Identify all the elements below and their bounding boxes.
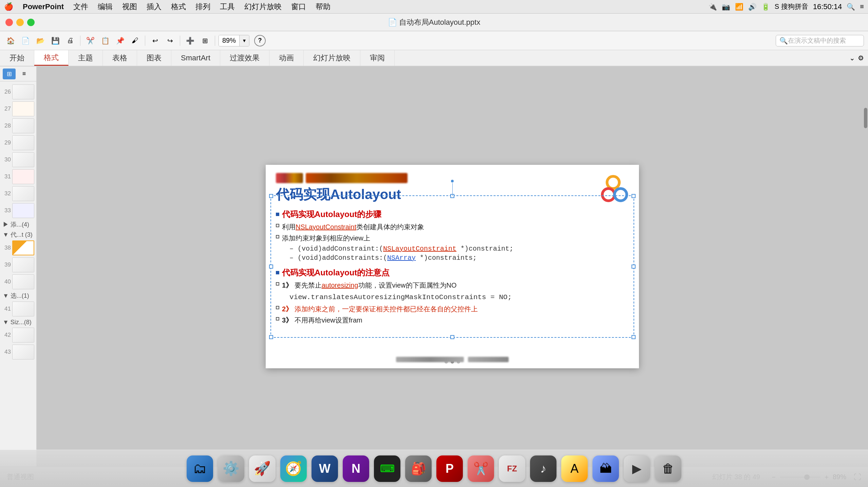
tab-animation[interactable]: 动画 [269,50,304,66]
menu-edit[interactable]: 编辑 [98,2,113,12]
dock-finder[interactable]: 🗂 [187,455,213,482]
slide-item-38[interactable]: 38 [0,239,36,256]
right-scrollbar[interactable] [863,66,868,467]
chevron-down-icon[interactable]: ⌄ [849,54,855,62]
section1-item-2: 添加约束对象到相应的view上 [276,234,629,243]
slide-item-41[interactable]: 41 [0,300,36,317]
tab-slideshow[interactable]: 幻灯片放映 [304,50,360,66]
menu-slideshow[interactable]: 幻灯片放映 [244,2,282,12]
dock-launchpad[interactable]: 🚀 [249,455,276,482]
copy-btn[interactable]: 📋 [99,34,112,47]
apple-menu[interactable]: 🍎 [4,2,13,11]
slide-canvas[interactable]: 代码实现Autolayout [266,165,639,368]
tab-transition[interactable]: 过渡效果 [220,50,269,66]
dock-powerpoint[interactable]: P [436,455,463,482]
close-button[interactable] [5,19,13,26]
save-btn[interactable]: 💾 [49,34,62,47]
zoom-value: 89% [219,35,240,46]
dock-filezilla[interactable]: FZ [499,455,525,482]
menu-arrange[interactable]: 排列 [195,2,210,12]
undo-btn[interactable]: ↩ [149,34,162,47]
slide-item-42[interactable]: 42 [0,327,36,344]
menu-tools[interactable]: 工具 [220,2,235,12]
dock-photos[interactable]: A [561,455,588,482]
tab-right-area: ⌄ ⚙ [849,50,868,66]
dock-onenote[interactable]: N [343,455,369,482]
input-source[interactable]: S 搜狗拼音 [775,2,808,11]
tab-format[interactable]: 格式 [34,50,69,66]
zoom-control[interactable]: 89% ▾ [219,35,249,46]
new-btn[interactable]: 📄 [19,34,32,47]
dock-app1[interactable]: 🎒 [405,455,432,482]
zoom-dropdown-arrow[interactable]: ▾ [240,35,249,46]
dock-preview[interactable]: 🏔 [592,455,619,482]
menu-help[interactable]: 帮助 [316,2,331,12]
group-label-size[interactable]: ▼ Siz...(8) [0,317,36,327]
wifi-icon: 📶 [735,3,743,11]
search-box[interactable]: 🔍 在演示文稿中的搜索 [776,35,864,46]
open-btn[interactable]: 📂 [34,34,47,47]
slide-item-32[interactable]: 32 [0,185,36,202]
slide-item-29[interactable]: 29 [0,134,36,151]
handle-br[interactable] [631,335,636,339]
dock-word[interactable]: W [312,455,338,482]
slide-item-31[interactable]: 31 [0,168,36,185]
menu-window[interactable]: 窗口 [291,2,306,12]
handle-bl[interactable] [269,335,273,339]
slide-item-40[interactable]: 40 [0,273,36,290]
layout-btn[interactable]: ⊞ [199,34,211,47]
slide-item-43[interactable]: 43 [0,344,36,361]
handle-ml[interactable] [269,265,273,269]
notification-icon[interactable]: ≡ [860,3,864,11]
slide-item-39[interactable]: 39 [0,256,36,273]
dock-safari[interactable]: 🧭 [280,455,307,482]
dock-terminal[interactable]: ⌨ [374,455,400,482]
menu-file[interactable]: 文件 [73,2,88,12]
dock-scissors[interactable]: ✂️ [468,455,494,482]
slide-item-33[interactable]: 33 [0,202,36,219]
settings-icon[interactable]: ⚙ [858,54,864,62]
dock-trash[interactable]: 🗑 [655,455,681,482]
group-label-select[interactable]: ▼ 选...(1) [0,290,36,300]
thumbnail-view-btn[interactable]: ⊞ [3,69,16,79]
help-btn[interactable]: ? [254,35,266,46]
format-painter-btn[interactable]: 🖌 [129,34,141,47]
slide-item-26[interactable]: 26 [0,83,36,100]
minimize-button[interactable] [16,19,24,26]
separator-2 [145,36,145,46]
home-ribbon-btn[interactable]: 🏠 [4,34,17,47]
app-name: PowerPoint [23,2,64,11]
slide-item-28[interactable]: 28 [0,117,36,134]
tab-smartart[interactable]: SmartArt [171,50,220,66]
group-label-code[interactable]: ▼ 代...t (3) [0,229,36,239]
tab-chart[interactable]: 图表 [137,50,171,66]
paste-btn[interactable]: 📌 [114,34,127,47]
menu-view[interactable]: 视图 [122,2,137,12]
section2-list-2: 2》 添加约束之前，一定要保证相关控件都已经在各自的父控件上 3》 不用再给vi… [276,305,629,325]
menu-insert[interactable]: 插入 [147,2,162,12]
group-label-add[interactable]: ▶ 添...(4) [0,219,36,229]
print-btn[interactable]: 🖨 [64,34,77,47]
main-slide-area[interactable]: 代码实现Autolayout [37,66,868,467]
handle-tr[interactable] [631,194,636,198]
dock-quicktime[interactable]: ▶ [624,455,650,482]
redo-btn[interactable]: ↪ [164,34,176,47]
tab-theme[interactable]: 主题 [69,50,103,66]
slide-item-27[interactable]: 27 [0,100,36,117]
maximize-button[interactable] [27,19,35,26]
outline-view-btn[interactable]: ≡ [18,69,31,79]
insert-slide-btn[interactable]: ➕ [184,34,196,47]
search-menu-icon[interactable]: 🔍 [847,3,855,11]
cut-btn[interactable]: ✂️ [84,34,97,47]
dock-sysprefs[interactable]: ⚙️ [218,455,244,482]
dock-music[interactable]: ♪ [530,455,556,482]
scrollbar-thumb[interactable] [864,108,867,128]
tab-review[interactable]: 审阅 [360,50,395,66]
slide-item-30[interactable]: 30 [0,151,36,168]
menu-format[interactable]: 格式 [171,2,186,12]
handle-mr[interactable] [631,265,636,269]
tab-table[interactable]: 表格 [103,50,137,66]
handle-tl[interactable] [269,194,273,198]
title-bar: 📄 自动布局Autolayout.pptx [0,14,868,31]
tab-start[interactable]: 开始 [0,50,34,66]
